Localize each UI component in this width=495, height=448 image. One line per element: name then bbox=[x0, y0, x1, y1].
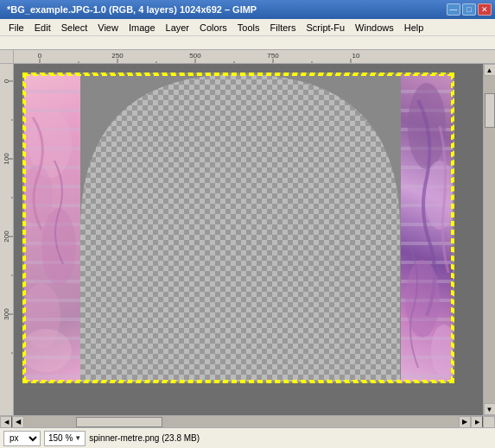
svg-text:0: 0 bbox=[3, 79, 10, 83]
status-bar: px % mm 150 % ▼ spinner-metre.png (23.8 … bbox=[0, 427, 495, 448]
svg-point-39 bbox=[431, 325, 453, 376]
ruler-left-svg: 0 100 200 300 bbox=[0, 64, 14, 415]
scrollbar-corner bbox=[483, 416, 495, 428]
status-filename: spinner-metre.png (23.8 MB) bbox=[89, 433, 200, 443]
minimize-button[interactable]: — bbox=[447, 3, 460, 16]
scrollbar-right-track[interactable] bbox=[484, 76, 495, 403]
menu-tools[interactable]: Tools bbox=[232, 21, 265, 35]
scrollbar-right: ▲ ▼ bbox=[483, 64, 495, 415]
image-left-decoration bbox=[24, 74, 80, 382]
scrollbar-left-button[interactable]: ◀ bbox=[12, 416, 24, 428]
svg-point-30 bbox=[24, 329, 72, 372]
scrollbar-bottom: ◀ ◀ ▶ ▶ bbox=[0, 415, 495, 427]
menu-file[interactable]: File bbox=[3, 21, 29, 35]
menu-windows[interactable]: Windows bbox=[350, 21, 399, 35]
zoom-dropdown-arrow[interactable]: ▼ bbox=[74, 434, 81, 442]
canvas-container: 0 250 500 750 10 bbox=[0, 50, 495, 427]
ruler-top-svg: 0 250 500 750 10 bbox=[14, 50, 495, 64]
menu-image[interactable]: Image bbox=[124, 21, 161, 35]
menu-scriptfu[interactable]: Script-Fu bbox=[301, 21, 350, 35]
ruler-row: 0 250 500 750 10 bbox=[0, 50, 495, 64]
navigate-left-button[interactable]: ◀ bbox=[0, 416, 12, 428]
ruler-top: 0 250 500 750 10 bbox=[14, 50, 495, 64]
menu-select[interactable]: Select bbox=[56, 21, 93, 35]
main-area: 0 250 500 750 10 bbox=[0, 50, 495, 427]
svg-text:300: 300 bbox=[3, 308, 10, 320]
image-right-decoration bbox=[401, 74, 453, 382]
menu-layer[interactable]: Layer bbox=[161, 21, 195, 35]
scrollbar-up-button[interactable]: ▲ bbox=[484, 64, 496, 76]
scrollbar-right-button[interactable]: ▶ bbox=[459, 416, 471, 428]
svg-text:250: 250 bbox=[111, 52, 124, 60]
menu-help[interactable]: Help bbox=[399, 21, 429, 35]
scrollbar-h-thumb[interactable] bbox=[76, 417, 162, 427]
title-bar-text: *BG_example.JPG-1.0 (RGB, 4 layers) 1024… bbox=[7, 4, 447, 15]
canvas-wrapper[interactable] bbox=[14, 64, 483, 415]
svg-text:0: 0 bbox=[38, 52, 42, 60]
title-bar-buttons: — □ ✕ bbox=[447, 3, 492, 16]
ruler-left: 0 100 200 300 bbox=[0, 64, 14, 415]
menu-bar: File Edit Select View Image Layer Colors… bbox=[0, 19, 495, 36]
svg-text:500: 500 bbox=[189, 52, 201, 60]
svg-rect-35 bbox=[80, 74, 401, 382]
title-bar: *BG_example.JPG-1.0 (RGB, 4 layers) 1024… bbox=[0, 0, 495, 19]
scrollbar-right-thumb[interactable] bbox=[485, 93, 495, 128]
arch-shape bbox=[80, 74, 401, 382]
zoom-display: 150 % ▼ bbox=[44, 431, 86, 446]
svg-point-28 bbox=[41, 208, 76, 286]
svg-text:200: 200 bbox=[3, 230, 10, 243]
navigate-right-button[interactable]: ▶ bbox=[471, 416, 483, 428]
menu-colors[interactable]: Colors bbox=[194, 21, 232, 35]
menu-filters[interactable]: Filters bbox=[265, 21, 301, 35]
ruler-corner bbox=[0, 50, 14, 64]
left-art-svg bbox=[24, 74, 80, 382]
canvas-image bbox=[22, 73, 454, 383]
close-button[interactable]: ✕ bbox=[478, 3, 492, 16]
arch-svg bbox=[80, 74, 401, 382]
menu-edit[interactable]: Edit bbox=[29, 21, 56, 35]
svg-text:750: 750 bbox=[267, 52, 279, 60]
canvas-scroll-area: 0 100 200 300 bbox=[0, 64, 495, 415]
zoom-value: 150 % bbox=[48, 433, 73, 443]
toolbar bbox=[0, 36, 495, 50]
scrollbar-down-button[interactable]: ▼ bbox=[484, 403, 496, 415]
maximize-button[interactable]: □ bbox=[462, 3, 476, 16]
svg-text:100: 100 bbox=[3, 153, 10, 165]
svg-text:10: 10 bbox=[352, 52, 360, 60]
right-art-svg bbox=[401, 74, 453, 382]
unit-select[interactable]: px % mm bbox=[3, 431, 41, 446]
scrollbar-h-track[interactable] bbox=[24, 416, 459, 427]
menu-view[interactable]: View bbox=[92, 21, 124, 35]
